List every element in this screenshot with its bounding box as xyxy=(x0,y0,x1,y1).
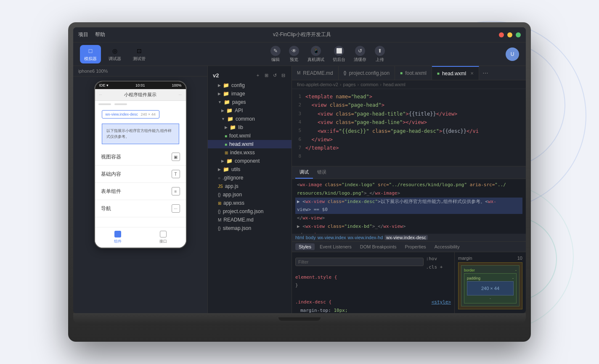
nav-item-forms-icon: ≡ xyxy=(172,187,180,195)
style-source-link[interactable]: <style> xyxy=(432,298,451,306)
upload-icon: ⬆ xyxy=(375,46,385,56)
dom-breakpoints-tab[interactable]: DOM Breakpoints xyxy=(357,243,400,250)
preview-action[interactable]: 👁 预览 xyxy=(289,46,299,63)
breadcrumb-item-2[interactable]: common xyxy=(360,82,378,87)
index-desc-selector: .index-desc { xyxy=(295,299,331,305)
tree-item-component[interactable]: ▶ 📁 component xyxy=(208,157,292,165)
code-area: 1 <template name="head"> 2 <view class="… xyxy=(292,89,526,166)
edit-action[interactable]: ✎ 编辑 xyxy=(270,46,281,63)
menu-bar: 项目 帮助 xyxy=(78,31,105,38)
nav-item-views-label: 视图容器 xyxy=(101,153,121,161)
path-body[interactable]: body xyxy=(306,235,316,240)
tree-item-head-wxml[interactable]: ■ head.wxml xyxy=(208,140,292,148)
user-avatar[interactable]: U xyxy=(506,47,519,61)
new-folder-icon[interactable]: ⊞ xyxy=(263,72,270,79)
readme-tab-icon: M xyxy=(297,71,300,75)
breadcrumb-item-0[interactable]: fino-applet-demo-v2 xyxy=(297,82,338,87)
code-line-7: 7 </template> xyxy=(292,144,526,152)
maximize-button[interactable] xyxy=(516,32,521,37)
real-device-action[interactable]: 📱 真机调试 xyxy=(307,46,324,63)
event-listeners-tab[interactable]: Event Listeners xyxy=(316,243,355,250)
box-content: 240 × 44 xyxy=(467,281,514,295)
app-window: 项目 帮助 v2-FinClip小程序开发工具 □ 模拟器 xyxy=(73,27,526,313)
element-style-selector: element.style { xyxy=(295,274,337,280)
properties-tab[interactable]: Properties xyxy=(402,243,429,250)
tree-item-api[interactable]: ▶ 📁 API xyxy=(208,106,292,115)
styles-filter-input[interactable] xyxy=(295,258,424,266)
devtools-tab-console[interactable]: 调试 xyxy=(295,166,313,179)
path-wx-view-index-hd[interactable]: wx-view.index-hd xyxy=(348,235,383,240)
test-button[interactable]: ⊡ 测试管 xyxy=(129,45,150,63)
tree-item-image[interactable]: ▶ 📁 image xyxy=(208,90,292,98)
collapse-tree-icon[interactable]: ⊟ xyxy=(280,72,286,79)
path-html[interactable]: html xyxy=(295,235,304,240)
accessibility-tab[interactable]: Accessibility xyxy=(431,243,463,250)
phone-tab-components[interactable]: 组件 xyxy=(95,227,140,248)
minimize-button[interactable] xyxy=(507,32,512,37)
debugger-button[interactable]: ◎ 调试器 xyxy=(104,45,125,63)
nav-item-nav[interactable]: 导航 ··· xyxy=(95,200,186,217)
phone-status-bar: IDE ▾ 10:01 100% xyxy=(95,82,186,89)
folder-icon: 📁 xyxy=(223,91,229,97)
path-wx-view-index-desc[interactable]: wx-view.index-desc xyxy=(384,235,428,240)
tree-item-index-wxss[interactable]: ⊞ index.wxss xyxy=(208,148,292,157)
tree-item-config[interactable]: ▶ 📁 config xyxy=(208,81,292,90)
new-file-icon[interactable]: + xyxy=(254,72,261,79)
path-wx-view-index[interactable]: wx-view.index xyxy=(318,235,346,240)
tab-overflow-menu[interactable]: ··· xyxy=(479,69,491,77)
devtools-tab-network[interactable]: 错误 xyxy=(313,166,331,179)
simulator-icon: □ xyxy=(86,47,95,55)
tree-item-label: image xyxy=(231,91,245,97)
html-tree-line-3-selected[interactable]: ▶ <wx-view class="index-desc">以下展示小程序官方组… xyxy=(295,198,522,206)
menu-item-help[interactable]: 帮助 xyxy=(95,31,105,38)
tree-item-project-config[interactable]: {} project.config.json xyxy=(208,207,292,216)
styles-tab[interactable]: Styles xyxy=(295,243,315,250)
code-line-8: 8 xyxy=(292,153,526,161)
breadcrumb-item-3[interactable]: head.wxml xyxy=(383,82,406,87)
code-lines[interactable]: 1 <template name="head"> 2 <view class="… xyxy=(292,89,526,166)
html-tree-line-6: ▶ <wx-view class="index-bd">_</wx-view> xyxy=(295,222,522,231)
tree-item-app-json[interactable]: {} app.json xyxy=(208,190,292,199)
tab-project-config[interactable]: {} project.config.json xyxy=(339,66,395,80)
refresh-tree-icon[interactable]: ↺ xyxy=(271,72,278,79)
breadcrumb-item-1[interactable]: pages xyxy=(343,82,356,87)
window-title: v2-FinClip小程序开发工具 xyxy=(105,31,499,38)
simulator-button[interactable]: □ 模拟器 xyxy=(80,45,101,63)
nav-item-basic[interactable]: 基础内容 T xyxy=(95,166,186,183)
tree-item-utils[interactable]: ▶ 📁 utils xyxy=(208,165,292,174)
tree-item-app-wxss[interactable]: ⊞ app.wxss xyxy=(208,199,292,207)
tooltip-size: 240 × 44 xyxy=(141,112,156,116)
tree-item-readme[interactable]: M README.md xyxy=(208,216,292,224)
nav-item-forms[interactable]: 表单组件 ≡ xyxy=(95,183,186,200)
tree-item-common[interactable]: ▼ 📁 common xyxy=(208,115,292,123)
code-line-5: 5 <wx:if="{{desc}}" class="page-head-des… xyxy=(292,127,526,135)
pseudo-filter[interactable]: :hov .cls + xyxy=(426,255,451,272)
nav-item-views[interactable]: 视图容器 ▣ xyxy=(95,148,186,166)
phone-tab-api[interactable]: 接口 xyxy=(140,227,186,248)
element-path-bar: html body wx-view.index wx-view.index-hd… xyxy=(292,234,526,242)
file-tree: v2 + ⊞ ↺ ⊟ ▶ 📁 config xyxy=(208,66,292,313)
styles-panel: :hov .cls + element.style { } .index-des… xyxy=(292,252,526,313)
tab-foot-wxml[interactable]: ■ foot.wxml xyxy=(395,66,432,80)
tab-head-wxml[interactable]: ■ head.wxml ✕ xyxy=(432,66,479,80)
tree-item-sitemap[interactable]: {} sitemap.json xyxy=(208,224,292,232)
upload-action[interactable]: ⬆ 上传 xyxy=(375,46,385,63)
tree-item-lib[interactable]: ▶ 📁 lib xyxy=(208,123,292,132)
tree-item-label: lib xyxy=(238,124,243,130)
tab-close-icon[interactable]: ✕ xyxy=(470,71,474,76)
readme-tab-label: README.md xyxy=(303,70,333,76)
folder-icon: 📁 xyxy=(226,108,233,113)
tree-item-app-js[interactable]: JS app.js xyxy=(208,182,292,190)
phone-preview-container: IDE ▾ 10:01 100% ··· 小程序组件展示 ··· xyxy=(73,76,207,313)
tree-item-label: component xyxy=(235,158,260,164)
background-action[interactable]: ⬜ 切后台 xyxy=(333,46,345,63)
close-button[interactable] xyxy=(499,32,504,37)
tree-item-pages[interactable]: ▼ 📁 pages xyxy=(208,98,292,106)
menu-item-project[interactable]: 项目 xyxy=(78,31,88,38)
tab-readme[interactable]: M README.md xyxy=(292,66,339,80)
toolbar-center: ✎ 编辑 👁 预览 📱 真机调试 ⬜ 切后台 xyxy=(150,46,506,63)
tree-item-foot-wxml[interactable]: ■ foot.wxml xyxy=(208,132,292,140)
tree-item-gitignore[interactable]: ○ .gitignore xyxy=(208,174,292,182)
clear-cache-action[interactable]: ↺ 清缓存 xyxy=(354,46,366,63)
tree-item-label: .gitignore xyxy=(223,175,243,181)
